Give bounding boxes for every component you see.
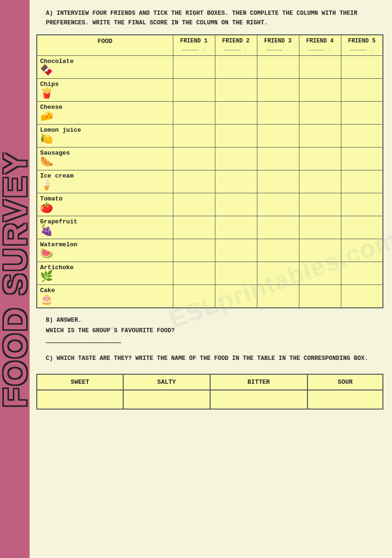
food-6-friend-1-cell[interactable]: [173, 193, 215, 216]
food-cell-5: Ice cream🍦: [37, 170, 173, 193]
food-1-friend-4-cell[interactable]: [299, 78, 341, 101]
table-row: Cheese🧀: [37, 101, 383, 124]
taste-header-sour: SOUR: [307, 374, 383, 390]
food-3-friend-1-cell[interactable]: [173, 124, 215, 147]
table-row: Sausages🌭: [37, 147, 383, 170]
food-8-friend-1-cell[interactable]: [173, 239, 215, 262]
food-1-friend-1-cell[interactable]: [173, 78, 215, 101]
food-7-friend-2-cell[interactable]: [215, 216, 257, 239]
section-b-question: Which is the group´s favourite food?: [46, 326, 383, 337]
food-1-friend-5-cell[interactable]: [341, 78, 383, 101]
food-cell-2: Cheese🧀: [37, 101, 173, 124]
food-cell-8: Watermelon🍉: [37, 239, 173, 262]
food-6-friend-2-cell[interactable]: [215, 193, 257, 216]
table-row: Chocolate🍫: [37, 55, 383, 78]
food-7-friend-4-cell[interactable]: [299, 216, 341, 239]
main-content: A) INTERVIEW FOUR FRIENDS AND TICK THE R…: [30, 0, 392, 558]
taste-header-sweet: SWEET: [37, 374, 123, 390]
food-0-friend-4-cell[interactable]: [299, 55, 341, 78]
food-7-friend-1-cell[interactable]: [173, 216, 215, 239]
food-7-friend-5-cell[interactable]: [341, 216, 383, 239]
food-9-friend-5-cell[interactable]: [341, 262, 383, 284]
food-cell-1: Chips🍟: [37, 78, 173, 101]
food-cell-10: Cake🎂: [37, 284, 173, 308]
food-5-friend-4-cell[interactable]: [299, 170, 341, 193]
food-cell-4: Sausages🌭: [37, 147, 173, 170]
food-4-friend-4-cell[interactable]: [299, 147, 341, 170]
survey-table: FOOD FRIEND 1 …………… . FRIEND 2 …………… . F…: [36, 34, 383, 308]
food-9-friend-2-cell[interactable]: [215, 262, 257, 284]
food-4-friend-2-cell[interactable]: [215, 147, 257, 170]
food-6-friend-5-cell[interactable]: [341, 193, 383, 216]
food-3-friend-3-cell[interactable]: [257, 124, 299, 147]
food-5-friend-3-cell[interactable]: [257, 170, 299, 193]
col-header-friend2: FRIEND 2 …………… .: [215, 35, 257, 55]
col-header-friend4: FRIEND 4 …………… .: [299, 35, 341, 55]
food-6-friend-4-cell[interactable]: [299, 193, 341, 216]
food-5-friend-5-cell[interactable]: [341, 170, 383, 193]
section-b-label: B) ANSWER.: [46, 315, 383, 326]
taste-cell-sour[interactable]: [307, 390, 383, 409]
food-2-friend-1-cell[interactable]: [173, 101, 215, 124]
food-5-friend-2-cell[interactable]: [215, 170, 257, 193]
taste-header-salty: SALTY: [123, 374, 210, 390]
food-2-friend-2-cell[interactable]: [215, 101, 257, 124]
food-5-friend-1-cell[interactable]: [173, 170, 215, 193]
table-row: Chips🍟: [37, 78, 383, 101]
instructions-a: A) INTERVIEW FOUR FRIENDS AND TICK THE R…: [36, 9, 383, 28]
food-2-friend-5-cell[interactable]: [341, 101, 383, 124]
taste-cell-salty[interactable]: [123, 390, 210, 409]
food-3-friend-5-cell[interactable]: [341, 124, 383, 147]
taste-cell-sweet[interactable]: [37, 390, 123, 409]
food-1-friend-2-cell[interactable]: [215, 78, 257, 101]
taste-cell-bitter[interactable]: [210, 390, 307, 409]
food-8-friend-3-cell[interactable]: [257, 239, 299, 262]
col-header-friend5: FRIEND 5 …………… .: [341, 35, 383, 55]
food-cell-0: Chocolate🍫: [37, 55, 173, 78]
food-cell-7: Grapefruit🍇: [37, 216, 173, 239]
food-1-friend-3-cell[interactable]: [257, 78, 299, 101]
food-4-friend-1-cell[interactable]: [173, 147, 215, 170]
table-row: Watermelon🍉: [37, 239, 383, 262]
table-row: Lemon juice🍋: [37, 124, 383, 147]
food-3-friend-4-cell[interactable]: [299, 124, 341, 147]
food-2-friend-3-cell[interactable]: [257, 101, 299, 124]
table-row: Grapefruit🍇: [37, 216, 383, 239]
food-10-friend-5-cell[interactable]: [341, 284, 383, 308]
food-0-friend-2-cell[interactable]: [215, 55, 257, 78]
food-7-friend-3-cell[interactable]: [257, 216, 299, 239]
food-0-friend-1-cell[interactable]: [173, 55, 215, 78]
food-cell-6: Tomato🍅: [37, 193, 173, 216]
food-10-friend-1-cell[interactable]: [173, 284, 215, 308]
table-row: Tomato🍅: [37, 193, 383, 216]
food-cell-3: Lemon juice🍋: [37, 124, 173, 147]
food-cell-9: Artichoke🌿: [37, 262, 173, 284]
food-4-friend-5-cell[interactable]: [341, 147, 383, 170]
food-4-friend-3-cell[interactable]: [257, 147, 299, 170]
table-row: Artichoke🌿: [37, 262, 383, 284]
food-6-friend-3-cell[interactable]: [257, 193, 299, 216]
section-b: B) ANSWER. Which is the group´s favourit…: [36, 315, 383, 347]
col-header-food: FOOD: [37, 35, 173, 55]
food-8-friend-5-cell[interactable]: [341, 239, 383, 262]
table-row: Cake🎂: [37, 284, 383, 308]
col-header-friend1: FRIEND 1 …………… .: [173, 35, 215, 55]
food-9-friend-3-cell[interactable]: [257, 262, 299, 284]
food-9-friend-1-cell[interactable]: [173, 262, 215, 284]
food-0-friend-5-cell[interactable]: [341, 55, 383, 78]
food-9-friend-4-cell[interactable]: [299, 262, 341, 284]
taste-table: SWEETSALTYBITTERSOUR: [36, 374, 383, 410]
food-2-friend-4-cell[interactable]: [299, 101, 341, 124]
section-c: C) WHICH TASTE ARE THEY? WRITE THE NAME …: [36, 354, 383, 363]
food-10-friend-4-cell[interactable]: [299, 284, 341, 308]
food-3-friend-2-cell[interactable]: [215, 124, 257, 147]
sidebar-title: FOOD SURVEY: [0, 151, 31, 408]
food-0-friend-3-cell[interactable]: [257, 55, 299, 78]
table-row: Ice cream🍦: [37, 170, 383, 193]
taste-header-bitter: BITTER: [210, 374, 307, 390]
food-8-friend-2-cell[interactable]: [215, 239, 257, 262]
section-b-answer: ………………………………………………………: [46, 337, 383, 347]
food-10-friend-2-cell[interactable]: [215, 284, 257, 308]
food-10-friend-3-cell[interactable]: [257, 284, 299, 308]
food-8-friend-4-cell[interactable]: [299, 239, 341, 262]
